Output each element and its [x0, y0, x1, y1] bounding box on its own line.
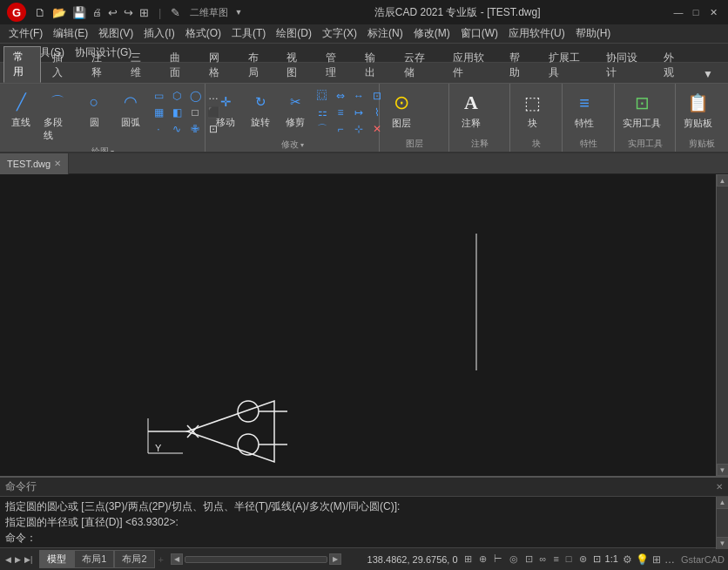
modify-group-arrow[interactable]: ▾	[300, 141, 304, 149]
properties-button[interactable]: ≡ 特性	[566, 86, 603, 132]
save-icon[interactable]: 💾	[71, 5, 88, 20]
open-icon[interactable]: 📂	[51, 5, 68, 20]
menu-tools[interactable]: 工具(T)	[226, 24, 271, 43]
menu-file[interactable]: 文件(F)	[3, 24, 48, 43]
clipboard-button[interactable]: 📋 剪贴板	[679, 86, 717, 132]
ortho-icon[interactable]: ⊢	[491, 553, 505, 566]
tab-appsw[interactable]: 应用软件	[443, 47, 499, 83]
menu-view[interactable]: 视图(V)	[93, 24, 138, 43]
tab-layout[interactable]: 布局	[239, 47, 276, 83]
h-scrollbar-track[interactable]	[185, 556, 327, 563]
menu-insert[interactable]: 插入(I)	[138, 24, 179, 43]
arc-button[interactable]: ◠ 圆弧	[113, 86, 148, 131]
text-button[interactable]: A 注释	[453, 86, 489, 132]
print-icon[interactable]: 🖨	[91, 6, 104, 18]
otrack-icon[interactable]: ∞	[537, 553, 549, 566]
cmd-close-icon[interactable]: ✕	[716, 482, 723, 492]
layout-icon[interactable]: ⊞	[138, 5, 151, 20]
mirror-button[interactable]: ⇔	[332, 88, 349, 104]
more-icon[interactable]: …	[664, 553, 676, 567]
scale-icon[interactable]: ⊡	[593, 553, 601, 564]
menu-format[interactable]: 格式(O)	[180, 24, 226, 43]
menu-text[interactable]: 文字(X)	[317, 24, 362, 43]
command-body[interactable]: 指定圆的圆心或 [三点(3P)/两点(2P)/切点、切点、半径(T)/弧线(A)…	[0, 497, 728, 549]
utility-button[interactable]: ⊡ 实用工具	[618, 86, 665, 132]
viewport-icon[interactable]: ⊞	[651, 553, 662, 567]
construct-button[interactable]: ✙	[186, 121, 204, 137]
block-button[interactable]: ⬚ 块	[514, 86, 550, 132]
stretch-button[interactable]: ↔	[350, 88, 367, 104]
region-button[interactable]: □	[186, 105, 204, 120]
rect-button[interactable]: ▭	[150, 88, 167, 104]
cmd-scroll-up[interactable]: ▲	[717, 497, 728, 509]
rotate-button[interactable]: ↻ 旋转	[244, 86, 277, 137]
view-dropdown-label[interactable]: 二维草图	[188, 5, 230, 20]
tab-layout2[interactable]: 布局2	[114, 550, 154, 568]
tab-insert[interactable]: 插入	[43, 47, 80, 83]
trim-button[interactable]: ✂ 修剪	[279, 86, 312, 137]
view-dropdown-arrow[interactable]: ▼	[233, 7, 244, 17]
config-icon[interactable]: ⚙	[622, 553, 633, 567]
lwt-icon[interactable]: ≡	[550, 553, 561, 566]
tab-output[interactable]: 输出	[355, 47, 393, 83]
chamfer-button[interactable]: ⌐	[332, 121, 349, 137]
extend-button[interactable]: ↦	[350, 105, 367, 120]
h-scroll-left[interactable]: ◀	[171, 553, 183, 565]
minimize-button[interactable]: —	[671, 5, 686, 19]
snap-icon[interactable]: ⊕	[476, 553, 489, 566]
osnap-icon[interactable]: ⊡	[522, 553, 536, 566]
doc-tab-test[interactable]: TEST.dwg ✕	[0, 153, 69, 174]
layer-button[interactable]: ⊙ 图层	[383, 86, 420, 132]
tab-common[interactable]: 常用	[3, 46, 41, 83]
tab-model[interactable]: 模型	[39, 550, 74, 568]
menu-modify[interactable]: 修改(M)	[408, 24, 455, 43]
tab-more[interactable]: ▼	[693, 64, 723, 83]
cmd-scrollbar[interactable]: ▲ ▼	[716, 497, 728, 549]
doc-tab-close[interactable]: ✕	[54, 159, 61, 168]
tab-view[interactable]: 视图	[277, 47, 314, 83]
tab-cloud[interactable]: 云存储	[394, 47, 441, 83]
tab-mesh[interactable]: 网格	[199, 47, 237, 83]
tab-layout1[interactable]: 布局1	[74, 550, 114, 568]
line-button[interactable]: ╱ 直线	[3, 86, 38, 131]
gradient-button[interactable]: ◧	[168, 105, 185, 120]
layout-end-button[interactable]: ▶|	[23, 555, 34, 564]
transparent-icon[interactable]: □	[563, 553, 575, 566]
view-icon[interactable]: ✎	[169, 5, 182, 20]
cmd-prompt[interactable]: 命令：	[5, 530, 723, 546]
explode-button[interactable]: ⊹	[350, 121, 367, 137]
copy-button[interactable]: ⿴	[313, 88, 331, 104]
light-icon[interactable]: 💡	[635, 553, 650, 567]
redo-icon[interactable]: ↪	[122, 5, 135, 20]
menu-help[interactable]: 帮助(H)	[570, 24, 617, 43]
cmd-scroll-down[interactable]: ▼	[717, 537, 728, 549]
grid-icon[interactable]: ⊞	[462, 553, 475, 566]
polar-icon[interactable]: ◎	[507, 553, 521, 566]
menu-edit[interactable]: 编辑(E)	[48, 24, 93, 43]
menu-apps[interactable]: 应用软件(U)	[503, 24, 570, 43]
menu-dimension[interactable]: 标注(N)	[362, 24, 408, 43]
polygon-button[interactable]: ⬡	[168, 88, 185, 104]
menu-draw[interactable]: 绘图(D)	[271, 24, 317, 43]
h-scroll-right[interactable]: ▶	[329, 553, 341, 565]
drawing-area[interactable]: Y ▲	[0, 174, 728, 476]
circle-button[interactable]: ○ 圆	[77, 86, 111, 131]
undo-icon[interactable]: ↩	[106, 5, 119, 20]
dyn-icon[interactable]: ⊛	[576, 553, 590, 566]
point-button[interactable]: ·	[150, 121, 167, 137]
move-button[interactable]: ✛ 移动	[209, 86, 242, 137]
menu-window[interactable]: 窗口(W)	[455, 24, 503, 43]
tab-ext[interactable]: 扩展工具	[539, 47, 595, 83]
spline-button[interactable]: ∿	[168, 121, 185, 137]
new-icon[interactable]: 🗋	[33, 5, 48, 20]
offset-button[interactable]: ≡	[332, 105, 349, 120]
close-button[interactable]: ✕	[705, 5, 721, 19]
scroll-up-button[interactable]: ▲	[717, 174, 729, 187]
tab-surface[interactable]: 曲面	[160, 47, 198, 83]
array-button[interactable]: ⚏	[313, 105, 331, 120]
tab-manage[interactable]: 管理	[316, 47, 354, 83]
tab-help[interactable]: 帮助	[500, 47, 537, 83]
layout-next-button[interactable]: ▶	[13, 555, 23, 564]
scroll-down-button[interactable]: ▼	[717, 464, 729, 476]
fillet-button[interactable]: ⌒	[313, 121, 331, 137]
